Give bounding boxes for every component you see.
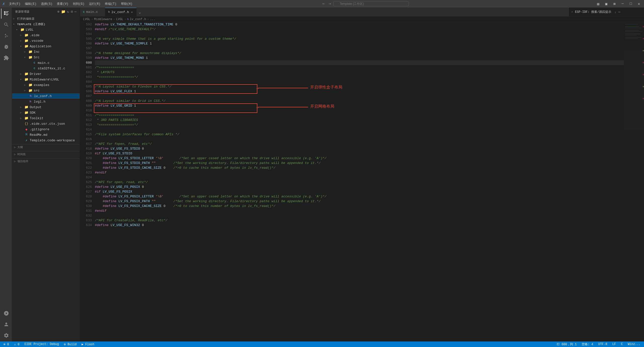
close-button[interactable]: ✕ [636, 1, 641, 7]
esp-idf-label[interactable]: ESP-IDF: 搜索/跟踪提示 [575, 10, 611, 14]
breadcrumb-middleware[interactable]: Middleware [94, 18, 112, 21]
nav-forward-button[interactable]: → [327, 1, 332, 6]
statusbar-os[interactable]: Winz... [627, 342, 641, 346]
tree-item-eide[interactable]: ▷ 📁 .eide [12, 32, 80, 38]
statusbar-line-ending[interactable]: LF [611, 342, 617, 346]
statusbar-language[interactable]: C [620, 342, 624, 346]
minimize-button[interactable]: ─ [620, 1, 625, 6]
nav-back-button[interactable]: ← [321, 1, 326, 6]
menu-goto[interactable]: 转到(G) [71, 1, 87, 7]
statusbar-remote[interactable]: ⊕ 0 [3, 342, 10, 346]
tree-item-eide-ctx[interactable]: {} .eide.usr.ctx.json [12, 121, 80, 126]
tree-item-inc[interactable]: ▷ 📁 Inc [12, 49, 80, 55]
statusbar-position[interactable]: 行 600，列 1 [556, 342, 578, 346]
new-folder-icon[interactable]: 📁 [61, 10, 66, 14]
svg-rect-1 [625, 24, 638, 25]
tree-item-toolkit[interactable]: ▷ 📁 Toolkit [12, 115, 80, 121]
maximize-button[interactable]: □ [628, 1, 633, 6]
activity-debug[interactable] [1, 42, 11, 52]
timeline-section[interactable]: ▷ 时间线 [12, 151, 80, 157]
activity-remote[interactable] [1, 308, 11, 318]
tree-item-src[interactable]: ▾ 📁 Src [12, 55, 80, 60]
activity-account[interactable] [1, 319, 11, 329]
breadcrumb-lv-conf[interactable]: lv_conf.h [130, 18, 146, 21]
tree-item-gitignore[interactable]: ◆ .gitignore [12, 126, 80, 132]
open-editors-arrow: ▷ [13, 17, 17, 20]
application-folder-icon: 📁 [24, 44, 29, 49]
tree-item-sdk[interactable]: ▷ 📁 SDK [12, 110, 80, 115]
code-line-597 [95, 46, 624, 51]
menu-select[interactable]: 选择(S) [39, 1, 55, 7]
esp-idf-download-icon[interactable]: ↓ [614, 10, 616, 14]
activity-settings[interactable] [1, 330, 11, 340]
statusbar-flash[interactable]: ▶ Flash [81, 342, 95, 346]
breadcrumb-more[interactable]: ... [150, 18, 155, 21]
menu-view[interactable]: 查看(V) [55, 1, 70, 7]
toolkit-label: Toolkit [30, 116, 80, 120]
titlebar: ✗ 文件(F) 编辑(E) 选择(S) 查看(V) 转到(G) 运行(R) 终端… [0, 0, 644, 8]
tree-item-lv-conf[interactable]: h lv_conf.h [12, 93, 80, 99]
workspace-header[interactable]: ▾ TEMPLATE (工作区) [12, 21, 80, 27]
statusbar-build[interactable]: ⚙ Build [63, 342, 77, 346]
menu-help[interactable]: 帮助(H) [119, 1, 135, 7]
layout-button[interactable]: ▣ [604, 1, 609, 7]
statusbar-spaces[interactable]: 空格: 4 [581, 342, 594, 346]
tree-item-output[interactable]: ▷ 📁 Output [12, 104, 80, 110]
components-arrow: ▷ [14, 160, 17, 163]
outline-label: 大纲 [17, 146, 23, 149]
activity-extensions[interactable] [1, 53, 11, 63]
tree-item-readme[interactable]: M ReadMe.md [12, 132, 80, 138]
ln-608: 608 [80, 99, 92, 103]
menu-file[interactable]: 文件(F) [7, 1, 23, 7]
tree-item-msrc[interactable]: ▷ 📁 src [12, 88, 80, 93]
sdk-arrow: ▷ [20, 111, 24, 114]
statusbar-encoding[interactable]: UTF-8 [597, 342, 608, 346]
tab-close-button[interactable]: ✕ [131, 10, 133, 15]
tabs-add-button[interactable]: ⌄ [137, 8, 143, 16]
lvgl-h-label: lvgl.h [34, 100, 80, 104]
breadcrumb-sep1: › [91, 18, 93, 21]
statusbar-eide-project[interactable]: EIDE Project: Debug [23, 342, 60, 346]
tree-item-main-c[interactable]: C main.c [12, 60, 80, 66]
outline-section[interactable]: ▷ 大纲 [12, 144, 80, 150]
statusbar-errors[interactable]: ⚠ 0 [13, 342, 21, 346]
activity-source-control[interactable] [1, 31, 11, 41]
vscode-folder-icon: 📁 [24, 38, 29, 43]
code-content[interactable]: #define LV_THEME_DEFAULT_TRANSITION_TIME… [94, 22, 624, 341]
code-line-614 [95, 127, 624, 132]
tree-item-middleware[interactable]: ▾ 📁 Middleware\LVGL [12, 77, 80, 82]
tree-item-vscode[interactable]: ▷ 📁 .vscode [12, 38, 80, 44]
tree-item-driver[interactable]: ▷ 📁 Driver [12, 71, 80, 77]
activity-search[interactable] [1, 20, 11, 30]
new-file-icon[interactable]: ⊕ [57, 10, 60, 14]
breadcrumb-lvgl2[interactable]: LVGL [116, 18, 123, 21]
breadcrumb-lvgl[interactable]: LVGL [83, 18, 90, 21]
collapse-all-icon[interactable]: ⊟ [71, 10, 73, 14]
sidebar-toggle-button[interactable]: ▤ [595, 1, 600, 7]
split-editor-button[interactable]: ⊞ [612, 1, 617, 7]
tree-item-application[interactable]: ▾ 📁 Application [12, 44, 80, 49]
tree-item-stm32[interactable]: C stm32f4xx_it.c [12, 66, 80, 71]
search-input[interactable] [333, 1, 409, 6]
ln-619: 619 [80, 151, 92, 156]
more-options-icon[interactable]: ⋯ [74, 10, 77, 14]
refresh-icon[interactable]: ↻ [67, 10, 69, 14]
activity-explorer[interactable] [1, 9, 11, 19]
esp-idf-more-icon[interactable]: ⋯ [618, 10, 620, 14]
tree-item-lvgl[interactable]: ▾ 📁 LVGL [12, 27, 80, 32]
menu-edit[interactable]: 编辑(E) [23, 1, 38, 7]
ln-633: 633 [80, 218, 92, 223]
menu-terminal[interactable]: 终端(T) [103, 1, 118, 7]
minimap[interactable] [624, 22, 644, 341]
tab-main-c[interactable]: C main.c [80, 8, 105, 16]
tree-item-lvgl-h[interactable]: h lvgl.h [12, 99, 80, 104]
ln-597: 597 [80, 46, 92, 51]
tab-lv-conf-h[interactable]: h lv_conf.h ✕ [105, 8, 137, 16]
tree-item-examples[interactable]: ▷ 📁 examples [12, 82, 80, 88]
components-section[interactable]: ▷ 项目组件 [12, 158, 80, 164]
open-editors-header[interactable]: ▷ 打开的编辑器 [12, 16, 80, 21]
menu-run[interactable]: 运行(R) [87, 1, 103, 7]
breadcrumb-h-icon: h [127, 18, 129, 21]
components-label: 项目组件 [17, 160, 28, 163]
tree-item-workspace-file[interactable]: ✗ Template.code-workspace [12, 138, 80, 143]
